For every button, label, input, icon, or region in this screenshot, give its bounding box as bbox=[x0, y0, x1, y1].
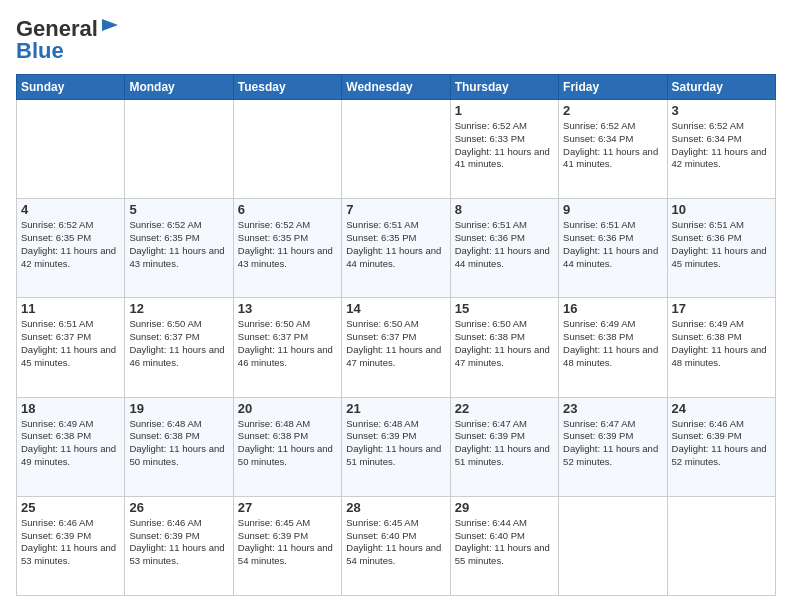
day-info: Sunrise: 6:50 AMSunset: 6:37 PMDaylight:… bbox=[238, 318, 337, 369]
day-number: 16 bbox=[563, 301, 662, 316]
day-cell: 24Sunrise: 6:46 AMSunset: 6:39 PMDayligh… bbox=[667, 397, 775, 496]
day-number: 11 bbox=[21, 301, 120, 316]
day-info: Sunrise: 6:46 AMSunset: 6:39 PMDaylight:… bbox=[21, 517, 120, 568]
day-number: 29 bbox=[455, 500, 554, 515]
day-cell: 5Sunrise: 6:52 AMSunset: 6:35 PMDaylight… bbox=[125, 199, 233, 298]
day-info: Sunrise: 6:48 AMSunset: 6:38 PMDaylight:… bbox=[238, 418, 337, 469]
day-number: 24 bbox=[672, 401, 771, 416]
day-number: 22 bbox=[455, 401, 554, 416]
day-number: 10 bbox=[672, 202, 771, 217]
day-info: Sunrise: 6:49 AMSunset: 6:38 PMDaylight:… bbox=[21, 418, 120, 469]
day-cell bbox=[342, 100, 450, 199]
day-number: 23 bbox=[563, 401, 662, 416]
day-number: 5 bbox=[129, 202, 228, 217]
day-cell: 28Sunrise: 6:45 AMSunset: 6:40 PMDayligh… bbox=[342, 496, 450, 595]
day-info: Sunrise: 6:45 AMSunset: 6:40 PMDaylight:… bbox=[346, 517, 445, 568]
day-number: 7 bbox=[346, 202, 445, 217]
calendar-header-row: SundayMondayTuesdayWednesdayThursdayFrid… bbox=[17, 75, 776, 100]
day-cell: 9Sunrise: 6:51 AMSunset: 6:36 PMDaylight… bbox=[559, 199, 667, 298]
svg-marker-0 bbox=[102, 19, 118, 31]
day-cell: 11Sunrise: 6:51 AMSunset: 6:37 PMDayligh… bbox=[17, 298, 125, 397]
day-cell: 18Sunrise: 6:49 AMSunset: 6:38 PMDayligh… bbox=[17, 397, 125, 496]
day-info: Sunrise: 6:52 AMSunset: 6:35 PMDaylight:… bbox=[129, 219, 228, 270]
day-cell: 21Sunrise: 6:48 AMSunset: 6:39 PMDayligh… bbox=[342, 397, 450, 496]
day-cell: 23Sunrise: 6:47 AMSunset: 6:39 PMDayligh… bbox=[559, 397, 667, 496]
week-row-2: 11Sunrise: 6:51 AMSunset: 6:37 PMDayligh… bbox=[17, 298, 776, 397]
day-cell: 7Sunrise: 6:51 AMSunset: 6:35 PMDaylight… bbox=[342, 199, 450, 298]
day-cell: 29Sunrise: 6:44 AMSunset: 6:40 PMDayligh… bbox=[450, 496, 558, 595]
logo-flag-icon bbox=[100, 17, 120, 37]
day-info: Sunrise: 6:52 AMSunset: 6:34 PMDaylight:… bbox=[563, 120, 662, 171]
col-header-saturday: Saturday bbox=[667, 75, 775, 100]
day-cell: 10Sunrise: 6:51 AMSunset: 6:36 PMDayligh… bbox=[667, 199, 775, 298]
day-info: Sunrise: 6:51 AMSunset: 6:37 PMDaylight:… bbox=[21, 318, 120, 369]
day-info: Sunrise: 6:45 AMSunset: 6:39 PMDaylight:… bbox=[238, 517, 337, 568]
day-info: Sunrise: 6:47 AMSunset: 6:39 PMDaylight:… bbox=[563, 418, 662, 469]
page: General Blue SundayMondayTuesdayWednesda… bbox=[0, 0, 792, 612]
day-cell: 12Sunrise: 6:50 AMSunset: 6:37 PMDayligh… bbox=[125, 298, 233, 397]
day-number: 28 bbox=[346, 500, 445, 515]
day-info: Sunrise: 6:52 AMSunset: 6:33 PMDaylight:… bbox=[455, 120, 554, 171]
day-cell: 16Sunrise: 6:49 AMSunset: 6:38 PMDayligh… bbox=[559, 298, 667, 397]
week-row-3: 18Sunrise: 6:49 AMSunset: 6:38 PMDayligh… bbox=[17, 397, 776, 496]
day-number: 1 bbox=[455, 103, 554, 118]
header: General Blue bbox=[16, 16, 776, 64]
day-cell: 8Sunrise: 6:51 AMSunset: 6:36 PMDaylight… bbox=[450, 199, 558, 298]
day-info: Sunrise: 6:51 AMSunset: 6:36 PMDaylight:… bbox=[455, 219, 554, 270]
logo: General Blue bbox=[16, 16, 120, 64]
day-cell: 1Sunrise: 6:52 AMSunset: 6:33 PMDaylight… bbox=[450, 100, 558, 199]
day-number: 14 bbox=[346, 301, 445, 316]
day-info: Sunrise: 6:46 AMSunset: 6:39 PMDaylight:… bbox=[129, 517, 228, 568]
day-cell: 13Sunrise: 6:50 AMSunset: 6:37 PMDayligh… bbox=[233, 298, 341, 397]
col-header-sunday: Sunday bbox=[17, 75, 125, 100]
day-number: 6 bbox=[238, 202, 337, 217]
week-row-0: 1Sunrise: 6:52 AMSunset: 6:33 PMDaylight… bbox=[17, 100, 776, 199]
col-header-monday: Monday bbox=[125, 75, 233, 100]
day-info: Sunrise: 6:48 AMSunset: 6:38 PMDaylight:… bbox=[129, 418, 228, 469]
day-cell: 17Sunrise: 6:49 AMSunset: 6:38 PMDayligh… bbox=[667, 298, 775, 397]
day-info: Sunrise: 6:46 AMSunset: 6:39 PMDaylight:… bbox=[672, 418, 771, 469]
day-cell bbox=[17, 100, 125, 199]
day-info: Sunrise: 6:48 AMSunset: 6:39 PMDaylight:… bbox=[346, 418, 445, 469]
day-cell: 25Sunrise: 6:46 AMSunset: 6:39 PMDayligh… bbox=[17, 496, 125, 595]
day-cell: 19Sunrise: 6:48 AMSunset: 6:38 PMDayligh… bbox=[125, 397, 233, 496]
col-header-wednesday: Wednesday bbox=[342, 75, 450, 100]
day-info: Sunrise: 6:50 AMSunset: 6:37 PMDaylight:… bbox=[129, 318, 228, 369]
day-number: 18 bbox=[21, 401, 120, 416]
day-number: 12 bbox=[129, 301, 228, 316]
day-cell bbox=[559, 496, 667, 595]
day-number: 15 bbox=[455, 301, 554, 316]
day-info: Sunrise: 6:52 AMSunset: 6:35 PMDaylight:… bbox=[238, 219, 337, 270]
day-cell: 27Sunrise: 6:45 AMSunset: 6:39 PMDayligh… bbox=[233, 496, 341, 595]
col-header-thursday: Thursday bbox=[450, 75, 558, 100]
day-cell bbox=[233, 100, 341, 199]
day-number: 8 bbox=[455, 202, 554, 217]
day-info: Sunrise: 6:51 AMSunset: 6:35 PMDaylight:… bbox=[346, 219, 445, 270]
col-header-tuesday: Tuesday bbox=[233, 75, 341, 100]
day-info: Sunrise: 6:50 AMSunset: 6:37 PMDaylight:… bbox=[346, 318, 445, 369]
day-info: Sunrise: 6:44 AMSunset: 6:40 PMDaylight:… bbox=[455, 517, 554, 568]
day-cell: 4Sunrise: 6:52 AMSunset: 6:35 PMDaylight… bbox=[17, 199, 125, 298]
day-info: Sunrise: 6:52 AMSunset: 6:34 PMDaylight:… bbox=[672, 120, 771, 171]
day-info: Sunrise: 6:51 AMSunset: 6:36 PMDaylight:… bbox=[672, 219, 771, 270]
day-info: Sunrise: 6:47 AMSunset: 6:39 PMDaylight:… bbox=[455, 418, 554, 469]
day-info: Sunrise: 6:51 AMSunset: 6:36 PMDaylight:… bbox=[563, 219, 662, 270]
day-info: Sunrise: 6:49 AMSunset: 6:38 PMDaylight:… bbox=[672, 318, 771, 369]
day-info: Sunrise: 6:50 AMSunset: 6:38 PMDaylight:… bbox=[455, 318, 554, 369]
day-number: 4 bbox=[21, 202, 120, 217]
day-cell: 14Sunrise: 6:50 AMSunset: 6:37 PMDayligh… bbox=[342, 298, 450, 397]
day-cell: 20Sunrise: 6:48 AMSunset: 6:38 PMDayligh… bbox=[233, 397, 341, 496]
day-number: 9 bbox=[563, 202, 662, 217]
day-info: Sunrise: 6:49 AMSunset: 6:38 PMDaylight:… bbox=[563, 318, 662, 369]
col-header-friday: Friday bbox=[559, 75, 667, 100]
day-cell: 22Sunrise: 6:47 AMSunset: 6:39 PMDayligh… bbox=[450, 397, 558, 496]
day-number: 17 bbox=[672, 301, 771, 316]
day-number: 25 bbox=[21, 500, 120, 515]
day-cell: 15Sunrise: 6:50 AMSunset: 6:38 PMDayligh… bbox=[450, 298, 558, 397]
week-row-4: 25Sunrise: 6:46 AMSunset: 6:39 PMDayligh… bbox=[17, 496, 776, 595]
day-number: 2 bbox=[563, 103, 662, 118]
day-cell bbox=[667, 496, 775, 595]
week-row-1: 4Sunrise: 6:52 AMSunset: 6:35 PMDaylight… bbox=[17, 199, 776, 298]
day-number: 26 bbox=[129, 500, 228, 515]
day-number: 3 bbox=[672, 103, 771, 118]
